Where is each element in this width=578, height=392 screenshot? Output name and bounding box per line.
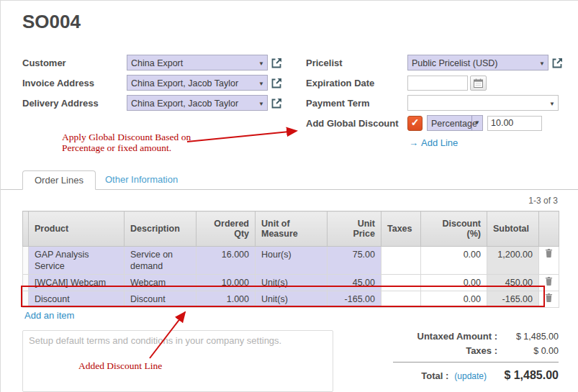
invoice-address-value: China Export, Jacob Taylor xyxy=(131,78,238,88)
col-handle xyxy=(23,211,29,247)
global-discount-checkbox[interactable]: ✓ xyxy=(407,116,423,131)
cell-subtotal: 450.00 xyxy=(487,275,539,291)
arrow-right-icon: → xyxy=(409,137,418,148)
col-ordered-qty[interactable]: Ordered Qty xyxy=(197,211,256,247)
col-taxes[interactable]: Taxes xyxy=(381,211,421,247)
col-unit-price[interactable]: Unit Price xyxy=(328,211,381,247)
payment-term-label: Payment Term xyxy=(306,98,407,109)
col-unit-of-measure[interactable]: Unit of Measure xyxy=(256,211,328,247)
annotation-discount-line: Added Discount Line xyxy=(78,360,162,371)
cell-description[interactable]: Discount xyxy=(125,291,197,308)
delete-row-button[interactable] xyxy=(539,291,559,308)
order-line-row-discount: Discount Discount 1.000 Unit(s) -165.00 … xyxy=(23,291,559,308)
col-description[interactable]: Description xyxy=(125,211,197,247)
cell-ordered-qty[interactable]: 1.000 xyxy=(197,291,256,308)
cell-uom[interactable]: Hour(s) xyxy=(256,247,328,275)
customer-value: China Export xyxy=(131,58,183,68)
untaxed-amount-label: Untaxed Amount : xyxy=(393,331,497,342)
pricelist-select[interactable]: Public Pricelist (USD) ▼ xyxy=(407,55,548,70)
totals-separator xyxy=(393,362,559,363)
row-handle[interactable] xyxy=(23,247,29,275)
chevron-down-icon: ▼ xyxy=(258,57,264,70)
external-link-icon[interactable] xyxy=(552,58,563,68)
cell-taxes[interactable] xyxy=(381,291,421,308)
update-total-link[interactable]: (update) xyxy=(454,371,487,381)
delivery-address-value: China Export, Jacob Taylor xyxy=(131,99,238,109)
taxes-label: Taxes : xyxy=(393,345,497,356)
expiration-date-label: Expiration Date xyxy=(306,78,407,88)
invoice-address-select[interactable]: China Export, Jacob Taylor ▼ xyxy=(127,75,268,91)
chevron-down-icon: ▼ xyxy=(258,97,264,111)
invoice-address-label: Invoice Address xyxy=(22,78,127,88)
pricelist-label: Pricelist xyxy=(306,58,407,68)
discount-amount-input[interactable] xyxy=(487,116,542,131)
cell-discount[interactable]: 0.00 xyxy=(421,291,487,308)
cell-uom[interactable]: Unit(s) xyxy=(256,275,328,291)
table-header-row: Product Description Ordered Qty Unit of … xyxy=(23,211,559,247)
terms-conditions-input[interactable] xyxy=(22,330,333,392)
cell-unit-price[interactable]: -165.00 xyxy=(328,291,381,308)
cell-product[interactable]: [WCAM] Webcam xyxy=(29,275,125,291)
cell-subtotal: 1,200.00 xyxy=(487,247,539,275)
chevron-down-icon: ▼ xyxy=(549,97,555,111)
trash-icon xyxy=(545,293,553,302)
col-discount[interactable]: Discount (%) xyxy=(421,211,487,247)
delete-row-button[interactable] xyxy=(539,247,559,275)
order-lines-table: Product Description Ordered Qty Unit of … xyxy=(22,211,559,308)
cell-ordered-qty[interactable]: 16.000 xyxy=(197,247,256,275)
calendar-icon[interactable] xyxy=(470,76,487,91)
pager: 1-3 of 3 xyxy=(528,196,558,206)
order-line-row: [WCAM] Webcam Webcam 10.000 Unit(s) 45.0… xyxy=(23,275,559,291)
col-product[interactable]: Product xyxy=(29,211,125,247)
trash-icon xyxy=(545,249,553,257)
chevron-down-icon: ▼ xyxy=(258,77,264,91)
totals-panel: Untaxed Amount : $ 1,485.00 Taxes : $ 0.… xyxy=(393,331,559,382)
untaxed-amount-value: $ 1,485.00 xyxy=(497,332,559,342)
global-discount-label: Add Global Discount xyxy=(306,118,407,129)
tab-other-information[interactable]: Other Information xyxy=(94,170,189,190)
discount-method-value: Percentage xyxy=(431,119,477,129)
cell-uom[interactable]: Unit(s) xyxy=(256,291,328,308)
delivery-address-label: Delivery Address xyxy=(22,98,127,109)
discount-method-select[interactable]: Percentage ▼ xyxy=(427,115,483,131)
add-an-item-link[interactable]: Add an item xyxy=(24,310,74,321)
customer-label: Customer xyxy=(22,58,127,68)
notebook-tabbar: Order Lines Other Information xyxy=(1,170,578,190)
sale-order-form: SO004 Customer China Export ▼ Invoice Ad… xyxy=(0,0,578,392)
annotation-global-discount: Apply Global Discount Based on Percentag… xyxy=(62,132,191,153)
add-line-link[interactable]: →Add Line xyxy=(409,137,458,148)
tab-order-lines[interactable]: Order Lines xyxy=(22,170,96,190)
customer-select[interactable]: China Export ▼ xyxy=(127,55,268,70)
delivery-address-select[interactable]: China Export, Jacob Taylor ▼ xyxy=(127,95,268,111)
cell-description[interactable]: Service on demand xyxy=(125,247,197,275)
cell-discount[interactable]: 0.00 xyxy=(421,247,487,275)
payment-term-select[interactable]: ▼ xyxy=(407,95,559,111)
cell-product[interactable]: GAP Analysis Service xyxy=(29,247,125,275)
chevron-down-icon: ▼ xyxy=(471,116,482,130)
taxes-value: $ 0.00 xyxy=(497,346,559,356)
external-link-icon[interactable] xyxy=(271,58,282,68)
external-link-icon[interactable] xyxy=(271,98,282,109)
expiration-date-input[interactable] xyxy=(407,76,468,91)
row-handle[interactable] xyxy=(23,291,29,308)
add-line-label: Add Line xyxy=(421,137,458,148)
cell-product[interactable]: Discount xyxy=(29,291,125,308)
external-link-icon[interactable] xyxy=(271,78,282,88)
cell-ordered-qty[interactable]: 10.000 xyxy=(197,275,256,291)
cell-subtotal: -165.00 xyxy=(487,291,539,308)
cell-unit-price[interactable]: 75.00 xyxy=(328,247,381,275)
cell-discount[interactable]: 0.00 xyxy=(421,275,487,291)
pricelist-value: Public Pricelist (USD) xyxy=(412,58,497,68)
col-subtotal[interactable]: Subtotal xyxy=(487,211,539,247)
total-value: $ 1,485.00 xyxy=(487,369,559,382)
delete-row-button[interactable] xyxy=(539,275,559,291)
cell-taxes[interactable] xyxy=(381,275,421,291)
chevron-down-icon: ▼ xyxy=(539,57,545,70)
cell-taxes[interactable] xyxy=(381,247,421,275)
annotation-arrow xyxy=(187,131,297,142)
cell-description[interactable]: Webcam xyxy=(125,275,197,291)
row-handle[interactable] xyxy=(23,275,29,291)
cell-unit-price[interactable]: 45.00 xyxy=(328,275,381,291)
page-title: SO004 xyxy=(22,11,81,33)
col-delete xyxy=(539,211,559,247)
